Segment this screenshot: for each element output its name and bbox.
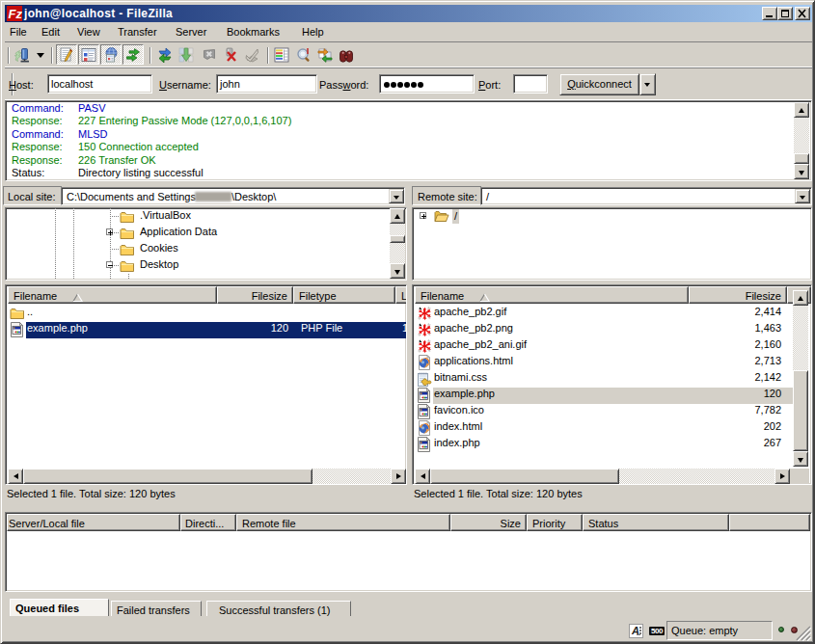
svg-text:Fz: Fz xyxy=(9,7,23,21)
